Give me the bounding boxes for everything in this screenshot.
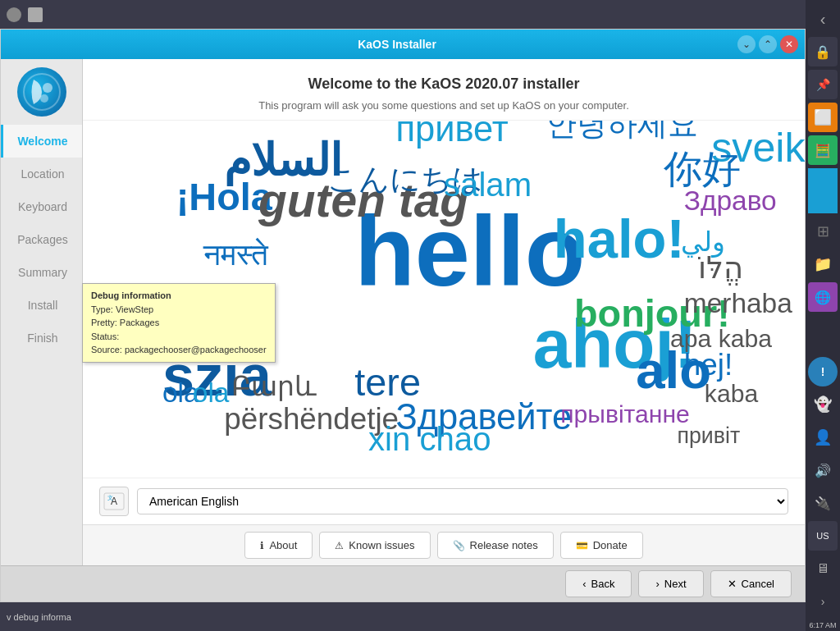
donate-icon: 💳 bbox=[576, 540, 588, 551]
language-icon: A 文 bbox=[99, 487, 129, 516]
release-notes-icon: 📎 bbox=[453, 540, 465, 551]
donate-button[interactable]: 💳 Donate bbox=[560, 532, 643, 559]
svg-text:halo!: halo! bbox=[554, 208, 685, 269]
sidebar-back-icon[interactable]: ‹ bbox=[808, 4, 838, 34]
nav-item-install[interactable]: Install bbox=[1, 289, 82, 322]
nav-sidebar: Welcome Location Keyboard Packages Summa… bbox=[1, 59, 83, 565]
next-button[interactable]: › Next bbox=[638, 570, 703, 597]
about-icon: ℹ bbox=[260, 540, 264, 551]
svg-text:안녕하세요: 안녕하세요 bbox=[546, 121, 698, 141]
svg-point-1 bbox=[43, 83, 52, 93]
sidebar-screen-icon[interactable]: ⬜ bbox=[808, 103, 838, 132]
nav-item-packages[interactable]: Packages bbox=[1, 223, 82, 256]
sidebar-info-icon[interactable]: ! bbox=[808, 357, 838, 386]
back-chevron-icon: ‹ bbox=[582, 578, 586, 590]
sidebar-grid-icon[interactable]: ⊞ bbox=[808, 217, 838, 246]
svg-text:tere: tere bbox=[354, 361, 421, 404]
sidebar-calc-icon[interactable]: 🧮 bbox=[808, 135, 838, 165]
svg-text:Здраво: Здраво bbox=[684, 185, 777, 216]
sidebar-active-panel[interactable] bbox=[808, 168, 838, 213]
svg-text:xin chào: xin chào bbox=[368, 421, 491, 458]
sidebar-clock: 6:17 AM bbox=[806, 620, 840, 631]
sidebar-display-icon[interactable]: 🖥 bbox=[808, 554, 838, 583]
sidebar-usb-icon[interactable]: 🔌 bbox=[808, 488, 838, 518]
top-taskbar bbox=[0, 0, 840, 29]
debug-type: Type: ViewStep bbox=[91, 303, 267, 317]
svg-text:merhaba: merhaba bbox=[684, 288, 792, 318]
sidebar-network-icon[interactable]: 🌐 bbox=[808, 282, 838, 312]
cancel-icon: ✕ bbox=[728, 578, 737, 590]
nav-footer: ‹ Back › Next ✕ Cancel bbox=[1, 565, 805, 601]
known-issues-icon: ⚠ bbox=[335, 540, 344, 551]
cancel-button[interactable]: ✕ Cancel bbox=[710, 570, 792, 597]
title-bar: KaOS Installer ⌄ ⌃ ✕ bbox=[1, 30, 805, 59]
debug-pretty: Pretty: Packages bbox=[91, 316, 267, 330]
about-button[interactable]: ℹ About bbox=[244, 532, 313, 559]
next-chevron-icon: › bbox=[655, 578, 659, 590]
taskbar-icon-2 bbox=[28, 7, 43, 22]
sidebar-ghost-icon[interactable]: 👻 bbox=[808, 390, 838, 419]
maximize-button[interactable]: ⌃ bbox=[759, 35, 777, 53]
svg-text:прывітанне: прывітанне bbox=[560, 400, 690, 428]
nav-item-summary[interactable]: Summary bbox=[1, 256, 82, 289]
status-text: v debug informa bbox=[7, 612, 71, 622]
svg-text:नमस्ते: नमस्ते bbox=[203, 237, 269, 272]
logo-area bbox=[1, 59, 82, 125]
svg-text:привет: привет bbox=[395, 121, 508, 149]
title-bar-controls: ⌄ ⌃ ✕ bbox=[737, 35, 798, 53]
close-button[interactable]: ✕ bbox=[780, 35, 798, 53]
bottom-bar: ℹ About ⚠ Known issues 📎 Release notes 💳… bbox=[83, 524, 805, 565]
right-sidebar: ‹ 🔒 📌 ⬜ 🧮 ⊞ 📁 🌐 ! 👻 👤 🔊 🔌 US 🖥 › 6:17 AM bbox=[806, 0, 840, 631]
page-title: Welcome to the KaOS 2020.07 installer bbox=[99, 75, 788, 93]
svg-text:ولي: ولي bbox=[681, 226, 725, 258]
sidebar-user-icon[interactable]: 👤 bbox=[808, 423, 838, 452]
sidebar-lock-icon[interactable]: 🔒 bbox=[808, 37, 838, 66]
svg-text:السلام: السلام bbox=[224, 136, 342, 186]
svg-point-2 bbox=[40, 94, 48, 103]
debug-status: Status: bbox=[91, 330, 267, 344]
known-issues-button[interactable]: ⚠ Known issues bbox=[319, 532, 430, 559]
bottom-status-bar: v debug informa bbox=[0, 602, 806, 631]
release-notes-button[interactable]: 📎 Release notes bbox=[437, 532, 554, 559]
nav-item-finish[interactable]: Finish bbox=[1, 322, 82, 354]
page-subtitle: This program will ask you some questions… bbox=[99, 99, 788, 112]
nav-item-location[interactable]: Location bbox=[1, 158, 82, 190]
window-title: KaOS Installer bbox=[57, 38, 737, 51]
svg-text:kaba: kaba bbox=[705, 380, 759, 407]
svg-text:你好: 你好 bbox=[663, 148, 741, 190]
kaos-logo bbox=[17, 67, 66, 117]
sidebar-flag-icon: US bbox=[808, 521, 838, 551]
sidebar-chevron-right-icon[interactable]: › bbox=[808, 587, 838, 616]
taskbar-icon-1 bbox=[7, 7, 21, 22]
language-dropdown[interactable]: American English bbox=[137, 488, 788, 514]
sidebar-pin-icon[interactable]: 📌 bbox=[808, 70, 838, 99]
debug-title: Debug information bbox=[91, 289, 267, 303]
debug-source: Source: packagechooser@packagechooser bbox=[91, 343, 267, 357]
svg-text:привіт: привіт bbox=[677, 423, 740, 448]
svg-text:hej!: hej! bbox=[684, 348, 733, 382]
language-selector: A 文 American English bbox=[83, 478, 805, 524]
minimize-button[interactable]: ⌄ bbox=[737, 35, 756, 53]
sidebar-files-icon[interactable]: 📁 bbox=[808, 249, 838, 279]
debug-tooltip: Debug information Type: ViewStep Pretty:… bbox=[82, 283, 276, 363]
sidebar-volume-icon[interactable]: 🔊 bbox=[808, 455, 838, 485]
svg-text:Բարև: Բարև bbox=[231, 371, 317, 401]
content-header: Welcome to the KaOS 2020.07 installer Th… bbox=[83, 59, 805, 121]
svg-text:salam: salam bbox=[444, 167, 532, 203]
back-button[interactable]: ‹ Back bbox=[565, 570, 632, 597]
nav-item-welcome[interactable]: Welcome bbox=[1, 125, 82, 158]
svg-text:文: 文 bbox=[107, 495, 113, 501]
nav-item-keyboard[interactable]: Keyboard bbox=[1, 190, 82, 223]
